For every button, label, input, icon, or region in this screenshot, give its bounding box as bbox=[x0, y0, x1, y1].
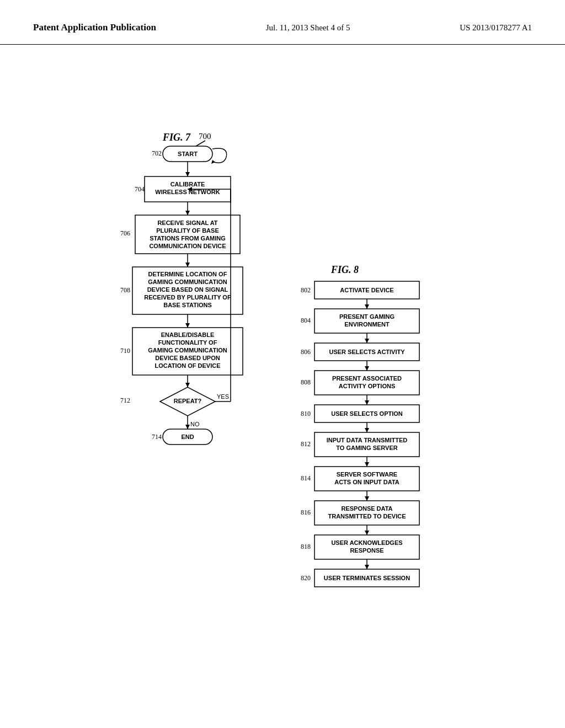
label-816: 816 bbox=[301, 508, 311, 516]
end-label: END bbox=[181, 433, 194, 440]
yes-label: YES bbox=[217, 393, 229, 400]
publication-label: Patent Application Publication bbox=[33, 22, 156, 33]
fig8-label: FIG. 8 bbox=[331, 264, 359, 275]
svg-marker-1 bbox=[211, 160, 215, 164]
label-708: 708 bbox=[120, 286, 130, 294]
svg-marker-18 bbox=[185, 425, 190, 429]
node-808-line2: ACTIVITY OPTIONS bbox=[339, 383, 395, 389]
node-710-line2: FUNCTIONALITY OF bbox=[158, 339, 217, 346]
page-header: Patent Application Publication Jul. 11, … bbox=[0, 0, 565, 45]
node-812-line1: INPUT DATA TRANSMITTED bbox=[327, 437, 408, 443]
node-804-line2: ENVIRONMENT bbox=[344, 321, 390, 328]
node-712-text: REPEAT? bbox=[174, 398, 202, 404]
label-808: 808 bbox=[301, 378, 311, 386]
label-710: 710 bbox=[120, 347, 130, 355]
node-818-line1: USER ACKNOWLEDGES bbox=[331, 539, 402, 546]
svg-marker-8 bbox=[185, 211, 190, 215]
node-816-line1: RESPONSE DATA bbox=[341, 505, 392, 512]
label-706: 706 bbox=[120, 229, 130, 237]
node-812-line2: TO GAMING SERVER bbox=[336, 445, 398, 451]
label-820: 820 bbox=[301, 574, 311, 582]
diagram-svg: FIG. 7 700 START 702 CALIBRATE WIRELESS … bbox=[0, 44, 565, 706]
patent-number-label: US 2013/0178277 A1 bbox=[460, 23, 532, 33]
svg-marker-28 bbox=[365, 428, 369, 432]
label-806: 806 bbox=[301, 348, 311, 356]
label-818: 818 bbox=[301, 543, 311, 550]
svg-marker-10 bbox=[185, 263, 190, 267]
node-704-line1: CALIBRATE bbox=[170, 181, 205, 188]
svg-marker-34 bbox=[365, 531, 369, 535]
node-810-text: USER SELECTS OPTION bbox=[331, 410, 403, 417]
svg-marker-36 bbox=[365, 565, 369, 569]
node-708-line5: BASE STATIONS bbox=[163, 302, 212, 308]
node-802-text: ACTIVATE DEVICE bbox=[340, 287, 393, 293]
start-label: START bbox=[178, 151, 198, 157]
node-814-line2: ACTS ON INPUT DATA bbox=[334, 479, 399, 485]
svg-line-0 bbox=[196, 141, 205, 146]
node-710-line3: GAMING COMMUNICATION bbox=[148, 347, 227, 354]
node-710-line5: LOCATION OF DEVICE bbox=[155, 362, 221, 369]
node-818-line2: RESPONSE bbox=[350, 547, 383, 554]
label-712: 712 bbox=[120, 397, 130, 404]
node-820-text: USER TERMINATES SESSION bbox=[324, 575, 410, 581]
svg-marker-12 bbox=[185, 323, 190, 328]
svg-marker-30 bbox=[365, 462, 369, 467]
label-804: 804 bbox=[301, 317, 311, 324]
node-710-line4: DEVICE BASED UPON bbox=[155, 355, 220, 361]
label-702: 702 bbox=[152, 149, 162, 157]
svg-marker-26 bbox=[365, 400, 369, 405]
node-704-line2: WIRELESS NETWORK bbox=[155, 189, 220, 195]
fig7-number: 700 bbox=[199, 132, 211, 141]
node-706-line1: RECEIVE SIGNAL AT bbox=[157, 220, 217, 226]
node-808-line1: PRESENT ASSOCIATED bbox=[332, 375, 402, 382]
node-804-line1: PRESENT GAMING bbox=[339, 313, 395, 320]
node-806-text: USER SELECTS ACTIVITY bbox=[329, 349, 405, 355]
node-816-line2: TRANSMITTED TO DEVICE bbox=[328, 513, 406, 520]
node-706-line3: STATIONS FROM GAMING bbox=[150, 235, 226, 242]
node-708-line1: DETERMINE LOCATION OF bbox=[148, 271, 227, 277]
label-810: 810 bbox=[301, 410, 311, 417]
node-708-line3: DEVICE BASED ON SIGNAL bbox=[147, 286, 228, 293]
svg-marker-24 bbox=[365, 366, 369, 371]
fig7-label: FIG. 7 bbox=[162, 132, 191, 143]
label-812: 812 bbox=[301, 440, 311, 448]
node-706-line2: PLURALITY OF BASE bbox=[156, 227, 218, 234]
date-sheet-label: Jul. 11, 2013 Sheet 4 of 5 bbox=[266, 23, 350, 33]
no-label: NO bbox=[190, 421, 200, 427]
svg-marker-3 bbox=[185, 172, 190, 176]
label-704: 704 bbox=[135, 185, 145, 193]
label-814: 814 bbox=[301, 474, 311, 482]
node-710-line1: ENABLE/DISABLE bbox=[161, 331, 215, 338]
svg-marker-20 bbox=[365, 304, 369, 309]
node-708-line4: RECEIVED BY PLURALITY OF bbox=[144, 294, 231, 301]
node-814-line1: SERVER SOFTWARE bbox=[337, 471, 397, 478]
label-714: 714 bbox=[152, 433, 162, 441]
label-802: 802 bbox=[301, 286, 311, 294]
node-706-line4: COMMUNICATION DEVICE bbox=[149, 243, 226, 249]
svg-marker-22 bbox=[365, 339, 369, 343]
node-708-line2: GAMING COMMUNICATION bbox=[148, 279, 227, 285]
svg-marker-14 bbox=[185, 383, 190, 387]
svg-marker-32 bbox=[365, 496, 369, 501]
